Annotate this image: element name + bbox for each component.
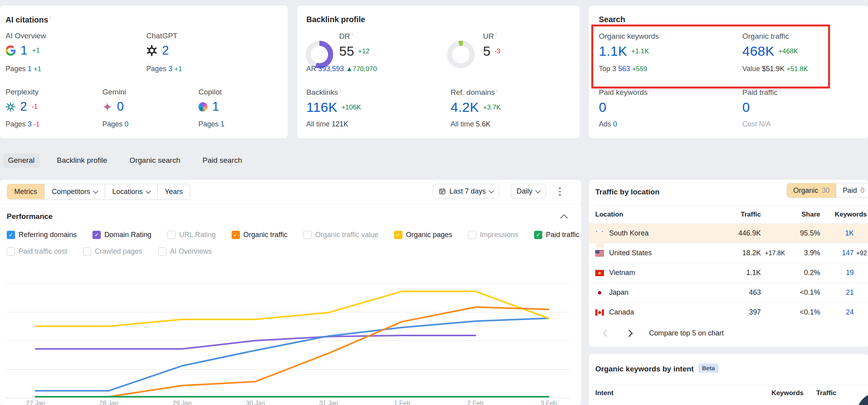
keywords-link[interactable]: 1K bbox=[845, 224, 854, 243]
backlink-profile-card: Backlink profile DR 55+12 AR 393,593 ▲77… bbox=[297, 6, 579, 138]
tab-general[interactable]: General bbox=[3, 153, 40, 168]
metric-checkbox-organic-traffic-value[interactable]: Organic traffic value bbox=[303, 231, 378, 239]
checkbox-unchecked-icon bbox=[158, 247, 166, 256]
dr-label: DR bbox=[339, 32, 353, 41]
search-title: Search bbox=[599, 15, 625, 24]
metric-checkbox-url-rating[interactable]: URL Rating bbox=[167, 231, 215, 239]
ref-domains-value: 4.2K+3.7K bbox=[451, 100, 501, 115]
info-icon[interactable] bbox=[791, 32, 792, 37]
info-icon[interactable] bbox=[340, 88, 341, 93]
perplexity-icon bbox=[6, 102, 15, 112]
info-icon[interactable] bbox=[649, 88, 651, 93]
next-page-icon[interactable] bbox=[625, 330, 632, 337]
ai-count-link[interactable]: 1 bbox=[212, 100, 219, 114]
backlinks-link[interactable]: 116K bbox=[306, 100, 338, 115]
organic-keywords-value: 1.1K+1.1K bbox=[599, 43, 649, 59]
col-share: Share bbox=[802, 206, 820, 223]
keywords-by-intent-panel: Organic keywords by intentBeta Intent Ke… bbox=[589, 354, 868, 405]
locations-filter-button[interactable]: Locations bbox=[105, 184, 157, 199]
report-tabbar: General Backlink profile Organic search … bbox=[3, 153, 247, 168]
ai-count-link[interactable]: 1 bbox=[21, 43, 27, 58]
google-icon bbox=[6, 45, 16, 56]
keywords-link[interactable]: 19 bbox=[846, 263, 854, 283]
checkbox-unchecked-icon bbox=[7, 247, 15, 256]
location-row-vietnam: Vietnam1.1K0.2%19 bbox=[589, 263, 868, 283]
ur-value: 5-3 bbox=[483, 43, 500, 59]
prev-page-icon[interactable] bbox=[603, 330, 610, 337]
keywords-link[interactable]: 21 bbox=[846, 283, 854, 302]
pages-link[interactable]: 1 bbox=[221, 120, 225, 128]
ref-domains-link[interactable]: 4.2K bbox=[451, 100, 479, 115]
ai-item-pages-chatgpt: Pages 3 +1 bbox=[146, 65, 182, 73]
ai-count-link[interactable]: 2 bbox=[162, 43, 169, 58]
paid-toggle-button[interactable]: Paid0 bbox=[836, 183, 868, 198]
info-icon[interactable] bbox=[779, 88, 780, 93]
share-value: <0.1% bbox=[800, 303, 820, 322]
share-value: <0.1% bbox=[800, 283, 820, 302]
organic-traffic-value: 468K+468K bbox=[742, 43, 798, 59]
organic-toggle-button[interactable]: Organic30 bbox=[787, 183, 836, 198]
ai-citations-card: AI citations AI Overview1+1Pages 1 +1Cha… bbox=[0, 6, 288, 138]
metric-checkbox-referring-domains[interactable]: ✓Referring domains bbox=[7, 231, 77, 239]
compare-top5-link[interactable]: Compare top 5 on chart bbox=[649, 329, 724, 337]
metric-checkbox-organic-traffic[interactable]: ✓Organic traffic bbox=[232, 231, 288, 239]
organic-keywords-top3: Top 3 563 +559 bbox=[599, 65, 647, 73]
tab-paid-search[interactable]: Paid search bbox=[197, 153, 247, 168]
metric-checkbox-crawled-pages[interactable]: Crawled pages bbox=[83, 247, 142, 256]
ai-item-value-gemini: 0 bbox=[102, 100, 124, 114]
years-filter-button[interactable]: Years bbox=[157, 184, 190, 199]
metric-checkbox-ai-overviews[interactable]: AI Overviews bbox=[158, 247, 212, 256]
checkbox-checked-icon: ✓ bbox=[92, 231, 101, 239]
tab-organic-search[interactable]: Organic search bbox=[124, 153, 185, 168]
metric-checkbox-impressions[interactable]: Impressions bbox=[468, 231, 518, 239]
pages-link[interactable]: 3 bbox=[168, 65, 172, 73]
info-icon[interactable] bbox=[495, 32, 496, 37]
info-icon[interactable] bbox=[351, 32, 353, 37]
ai-count-link[interactable]: 0 bbox=[117, 100, 124, 114]
top3-link[interactable]: 563 bbox=[618, 65, 630, 73]
performance-panel: Metrics Competitors Locations Years Last… bbox=[0, 180, 581, 405]
organic-keywords-label: Organic keywords bbox=[599, 32, 662, 41]
metric-checkbox-row-1: ✓Referring domains✓Domain RatingURL Rati… bbox=[7, 230, 579, 240]
location-row-south-korea: South Korea446.9K95.5%1K bbox=[589, 223, 868, 243]
pages-link[interactable]: 3 bbox=[28, 120, 32, 128]
more-options-button[interactable] bbox=[557, 185, 563, 198]
keywords-link[interactable]: 24 bbox=[846, 303, 854, 322]
performance-title: Performance bbox=[7, 212, 53, 221]
ai-item-pages-ai-overview: Pages 1 +1 bbox=[6, 65, 41, 73]
paid-keywords-label: Paid keywords bbox=[599, 88, 650, 97]
ai-item-pages-copilot: Pages 1 bbox=[198, 120, 225, 128]
checkbox-unchecked-icon bbox=[303, 231, 311, 239]
info-icon[interactable] bbox=[496, 88, 498, 93]
ai-count-link[interactable]: 2 bbox=[20, 100, 27, 114]
collapse-chevron-icon[interactable] bbox=[560, 214, 568, 222]
metric-checkbox-domain-rating[interactable]: ✓Domain Rating bbox=[92, 231, 151, 239]
competitors-filter-button[interactable]: Competitors bbox=[44, 184, 105, 199]
organic-traffic-label: Organic traffic bbox=[742, 32, 792, 41]
ai-item-label-gemini: Gemini bbox=[102, 88, 126, 96]
metrics-filter-button[interactable]: Metrics bbox=[7, 184, 44, 199]
checkbox-checked-icon: ✓ bbox=[232, 231, 240, 239]
pages-link[interactable]: 0 bbox=[125, 120, 128, 128]
metric-checkbox-paid-traffic-cost[interactable]: Paid traffic cost bbox=[7, 247, 67, 256]
keywords-link[interactable]: 147 bbox=[842, 243, 854, 263]
ai-item-value-ai-overview: 1+1 bbox=[6, 43, 40, 58]
flag-icon-ca bbox=[595, 309, 604, 316]
granularity-button[interactable]: Daily bbox=[511, 184, 546, 199]
ai-item-pages-perplexity: Pages 3 -1 bbox=[6, 120, 40, 128]
info-icon[interactable] bbox=[660, 32, 662, 37]
filter-button-group: Metrics Competitors Locations Years bbox=[7, 184, 190, 200]
chevron-down-icon bbox=[535, 188, 541, 194]
pages-link[interactable]: 1 bbox=[28, 65, 32, 73]
date-range-button[interactable]: Last 7 days bbox=[433, 184, 499, 199]
tab-backlink-profile[interactable]: Backlink profile bbox=[52, 153, 113, 168]
info-icon[interactable] bbox=[50, 15, 51, 21]
openai-icon bbox=[146, 45, 157, 56]
organic-traffic-link[interactable]: 468K bbox=[742, 43, 774, 59]
metric-checkbox-paid-traffic[interactable]: ✓Paid traffic bbox=[534, 231, 579, 239]
metric-checkbox-organic-pages[interactable]: ✓Organic pages bbox=[394, 231, 452, 239]
chart-line-referring-domains bbox=[36, 318, 549, 391]
ahrefs-rank-value[interactable]: 393,593 bbox=[318, 65, 344, 73]
checkbox-unchecked-icon bbox=[468, 231, 476, 239]
organic-keywords-link[interactable]: 1.1K bbox=[599, 43, 627, 59]
